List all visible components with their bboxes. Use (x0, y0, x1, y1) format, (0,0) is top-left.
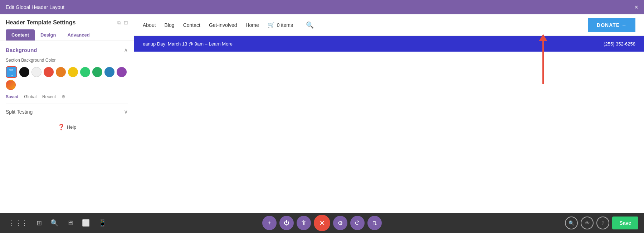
toolbar-tablet-icon[interactable]: ⬜ (79, 218, 93, 228)
copy-icon[interactable]: ⧉ (117, 20, 121, 26)
panel-title-row: Header Template Settings ⧉ ⊡ (6, 19, 128, 26)
section-title: Background (6, 47, 37, 53)
custom-color-swatch[interactable]: ✏ ··· (6, 66, 17, 78)
color-tabs: Saved Global Recent ⚙ (6, 94, 128, 99)
dots-icon: ··· (9, 73, 13, 77)
split-testing-label: Split Testing (6, 109, 33, 115)
toolbar-right: 🔍 👁 ? Save (565, 217, 638, 229)
info-bar-prefix: eanup Day: March 13 @ 9am – (143, 41, 209, 47)
cart-area[interactable]: 🛒 0 items (268, 22, 293, 28)
color-gear-icon[interactable]: ⚙ (62, 94, 65, 99)
color-swatch-white[interactable] (31, 67, 42, 77)
preview-header: About Blog Contact Get-involved Home 🛒 0… (134, 14, 644, 36)
left-panel: Header Template Settings ⧉ ⊡ Content Des… (0, 14, 134, 233)
pencil-icon: ✏ (9, 67, 14, 73)
nav-get-involved[interactable]: Get-involved (209, 22, 237, 28)
nav-links: About Blog Contact Get-involved Home 🛒 0… (143, 21, 588, 29)
close-button[interactable]: × (634, 4, 638, 11)
toolbar-grid-icon[interactable]: ⊞ (34, 218, 45, 228)
color-swatch-yellow[interactable] (68, 67, 78, 77)
delete-button[interactable]: 🗑 (297, 216, 311, 230)
panel-title: Header Template Settings (6, 19, 75, 26)
toolbar-mobile-icon[interactable]: 📱 (96, 218, 109, 228)
preview-button[interactable]: 👁 (581, 217, 594, 229)
search-icon[interactable]: 🔍 (306, 21, 314, 29)
chevron-down-icon: ∨ (124, 108, 128, 115)
reorder-button[interactable]: ⇅ (367, 216, 382, 230)
history-button[interactable]: ⏱ (350, 216, 365, 230)
subsection-label: Section Background Color (6, 58, 128, 63)
tab-design[interactable]: Design (35, 29, 62, 41)
toolbar-menu-icon[interactable]: ⋮⋮⋮ (6, 218, 31, 228)
donate-button[interactable]: DONATE → (588, 18, 635, 32)
color-swatch-orange[interactable] (56, 67, 66, 77)
search-outline-button[interactable]: 🔍 (565, 217, 578, 229)
color-swatch-purple[interactable] (117, 67, 127, 77)
add-section-button[interactable]: + (262, 216, 277, 230)
learn-more-link[interactable]: Learn More (209, 41, 232, 47)
panel-body: Background ∧ Section Background Color ✏ … (0, 41, 134, 214)
tab-content[interactable]: Content (6, 29, 35, 41)
main-layout: Header Template Settings ⧉ ⊡ Content Des… (0, 14, 644, 233)
color-swatch-green[interactable] (80, 67, 90, 77)
cart-text: 0 items (277, 22, 293, 28)
toolbar-left: ⋮⋮⋮ ⊞ 🔍 🖥 ⬜ 📱 (6, 218, 109, 228)
nav-contact[interactable]: Contact (183, 22, 200, 28)
content-area (134, 52, 644, 233)
background-section-header: Background ∧ (6, 47, 128, 53)
toolbar-search-icon[interactable]: 🔍 (48, 218, 61, 228)
close-section-button[interactable]: ✕ (314, 215, 330, 231)
tabs: Content Design Advanced (6, 29, 128, 41)
help-outline-button[interactable]: ? (596, 217, 609, 229)
collapse-button[interactable]: ∧ (124, 47, 128, 53)
color-tab-recent[interactable]: Recent (42, 94, 56, 99)
toolbar-desktop-icon[interactable]: 🖥 (64, 218, 76, 228)
preview-area: About Blog Contact Get-involved Home 🛒 0… (134, 14, 644, 233)
nav-about[interactable]: About (143, 22, 156, 28)
info-bar-text: eanup Day: March 13 @ 9am – Learn More (143, 41, 604, 47)
help-text: Help (67, 124, 77, 130)
title-bar-text: Edit Global Header Layout (6, 4, 64, 10)
color-swatch-dark-green[interactable] (92, 67, 102, 77)
color-swatch-red[interactable] (44, 67, 54, 77)
bottom-toolbar: ⋮⋮⋮ ⊞ 🔍 🖥 ⬜ 📱 + ⏻ 🗑 ✕ ⚙ ⏱ ⇅ 🔍 👁 ? Save (0, 213, 644, 233)
expand-icon[interactable]: ⊡ (124, 20, 128, 26)
color-swatches: ✏ ··· (6, 66, 128, 90)
color-tab-saved[interactable]: Saved (6, 94, 18, 99)
tab-advanced[interactable]: Advanced (62, 29, 95, 41)
color-swatch-black[interactable] (19, 67, 29, 77)
title-bar: Edit Global Header Layout × (0, 0, 644, 14)
help-row[interactable]: ❓ Help (6, 119, 128, 135)
color-tab-global[interactable]: Global (24, 94, 36, 99)
phone-number: (255) 352-6258 (604, 41, 635, 47)
nav-blog[interactable]: Blog (165, 22, 175, 28)
panel-header: Header Template Settings ⧉ ⊡ Content Des… (0, 14, 134, 41)
nav-home[interactable]: Home (245, 22, 259, 28)
color-swatch-blue[interactable] (104, 67, 114, 77)
color-swatch-gradient[interactable] (6, 80, 16, 90)
info-bar: eanup Day: March 13 @ 9am – Learn More (… (134, 36, 644, 52)
split-testing-row[interactable]: Split Testing ∨ (6, 104, 128, 119)
settings-button[interactable]: ⚙ (333, 216, 347, 230)
help-icon: ❓ (58, 124, 65, 130)
panel-icons: ⧉ ⊡ (117, 20, 128, 26)
power-button[interactable]: ⏻ (279, 216, 294, 230)
toolbar-center: + ⏻ 🗑 ✕ ⚙ ⏱ ⇅ (262, 215, 382, 231)
save-button[interactable]: Save (612, 217, 638, 229)
cart-icon: 🛒 (268, 22, 275, 28)
